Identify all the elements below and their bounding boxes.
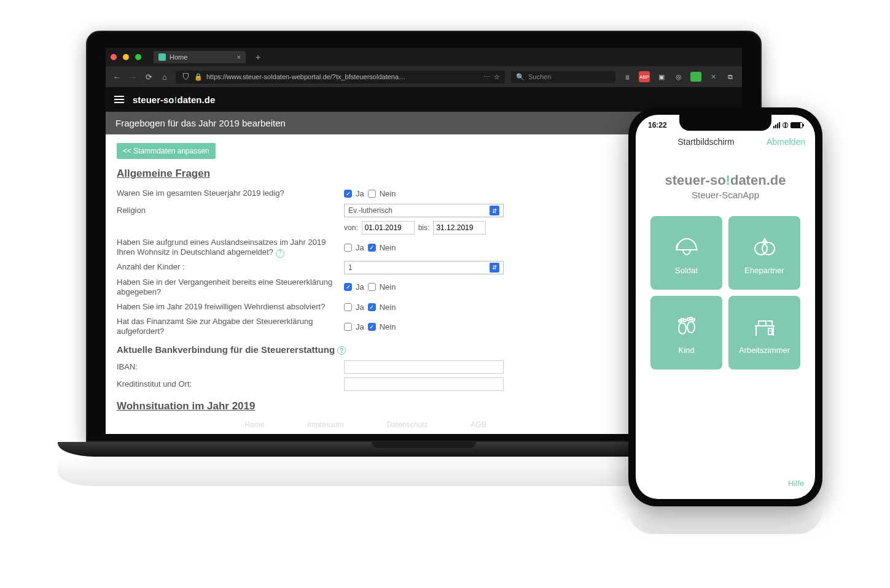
- phone-nav-bar: Startbildschirm Abmelden: [636, 130, 815, 152]
- tab-close-icon[interactable]: ×: [237, 53, 241, 61]
- phone-reflection: [628, 509, 822, 534]
- help-icon[interactable]: ?: [337, 346, 346, 355]
- lock-icon: 🔒: [194, 73, 203, 81]
- row-ausland: Haben Sie aufgrund eines Auslandseinsatz…: [117, 238, 614, 258]
- label-ja: Ja: [356, 303, 364, 312]
- phone-hilfe-link[interactable]: Hilfe: [788, 479, 804, 488]
- ausland-nein-checkbox[interactable]: ✓: [368, 244, 376, 252]
- aufgefordert-nein-checkbox[interactable]: ✓: [368, 323, 376, 331]
- wifi-icon: ⦷: [783, 121, 788, 130]
- search-box[interactable]: 🔍 Suchen: [511, 71, 615, 83]
- kreditinstitut-input[interactable]: [344, 377, 504, 391]
- von-date-input[interactable]: [362, 221, 415, 234]
- select-arrow-icon: ⇵: [490, 263, 499, 273]
- phone-mockup: 16:22 ⦷ Startbildschirm Abmelden steuer-…: [628, 107, 822, 506]
- battery-icon: [790, 122, 803, 128]
- window-min-dot[interactable]: [123, 54, 129, 60]
- tile-label: Soldat: [675, 266, 698, 275]
- toolbar-icons: ⫼ ABP ▣ ◎ ✕ ⧉: [622, 71, 736, 82]
- ledig-ja-checkbox[interactable]: ✓: [344, 190, 352, 198]
- question-ausland: Haben Sie aufgrund eines Auslandseinsatz…: [117, 238, 344, 258]
- bis-date-input[interactable]: [433, 221, 486, 234]
- brand-tld: .de: [202, 95, 216, 105]
- footprints-icon: [672, 311, 701, 341]
- help-icon[interactable]: ?: [276, 249, 284, 258]
- extension-green-icon[interactable]: [690, 72, 701, 82]
- svg-point-6: [684, 319, 686, 322]
- svg-point-9: [692, 319, 695, 321]
- section-general-heading: Allgemeine Fragen: [117, 168, 614, 180]
- wehrdienst-nein-checkbox[interactable]: ✓: [368, 303, 376, 311]
- label-nein: Nein: [380, 243, 396, 252]
- wehrdienst-ja-checkbox[interactable]: [344, 303, 352, 311]
- reload-icon[interactable]: ⟳: [144, 72, 154, 82]
- new-tab-button[interactable]: +: [256, 52, 260, 62]
- row-religion: Religion Ev.-lutherisch ⇵: [117, 203, 614, 218]
- library-icon[interactable]: ⫼: [622, 71, 633, 82]
- footer-datenschutz[interactable]: Datenschutz: [387, 420, 428, 429]
- search-placeholder: Suchen: [528, 73, 551, 80]
- phone-notch: [679, 115, 771, 131]
- brand-text-2: daten: [178, 95, 202, 105]
- tile-kind[interactable]: Kind: [650, 296, 722, 369]
- account-icon[interactable]: ◎: [673, 71, 684, 82]
- site-header: steuer-so!daten.de: [106, 87, 742, 112]
- aufgefordert-ja-checkbox[interactable]: [344, 323, 352, 331]
- main-column: << Stammdaten anpassen Allgemeine Fragen…: [106, 134, 625, 434]
- hamburger-menu-icon[interactable]: [114, 96, 124, 103]
- svg-point-3: [687, 322, 695, 333]
- row-aufgefordert: Hat das Finanzamt Sie zur Abgabe der Ste…: [117, 317, 614, 337]
- label-ja: Ja: [356, 243, 364, 252]
- window-max-dot[interactable]: [135, 54, 141, 60]
- row-dates: von: bis:: [117, 220, 614, 235]
- phone-logout-link[interactable]: Abmelden: [767, 137, 805, 147]
- row-iban: IBAN:: [117, 360, 614, 374]
- tab-favicon: [158, 53, 166, 61]
- iban-input[interactable]: [344, 360, 504, 374]
- browser-tabs-row: Home × +: [106, 48, 742, 66]
- question-wehrdienst: Haben Sie im Jahr 2019 freiwilligen Wehr…: [117, 302, 344, 312]
- star-icon[interactable]: ☆: [494, 73, 500, 81]
- vergangen-nein-checkbox[interactable]: [368, 283, 376, 291]
- row-vergangen: Haben Sie in der Vergangenheit bereits e…: [117, 277, 614, 298]
- address-bar[interactable]: ⛉ 🔒 https://www.steuer-soldaten-webporta…: [176, 71, 505, 83]
- question-vergangen: Haben Sie in der Vergangenheit bereits e…: [117, 277, 344, 298]
- vergangen-ja-checkbox[interactable]: ✓: [344, 283, 352, 291]
- home-icon[interactable]: ⌂: [160, 72, 170, 82]
- tile-soldat[interactable]: Soldat: [650, 216, 722, 290]
- footer-home[interactable]: Home: [244, 420, 264, 429]
- stammdaten-button[interactable]: << Stammdaten anpassen: [117, 143, 216, 159]
- ausland-ja-checkbox[interactable]: [344, 244, 352, 252]
- extension-x-icon[interactable]: ✕: [708, 71, 719, 82]
- row-kinder: Anzahl der Kinder : 1 ⇵: [117, 260, 614, 275]
- desk-icon: [750, 311, 779, 341]
- url-text: https://www.steuer-soldaten-webportal.de…: [206, 73, 405, 80]
- tile-label: Arbeitszimmer: [739, 346, 790, 355]
- label-nein: Nein: [380, 189, 396, 198]
- phone-time: 16:22: [648, 121, 667, 130]
- site-brand[interactable]: steuer-so!daten.de: [133, 95, 215, 105]
- label-nein: Nein: [380, 303, 396, 312]
- browser-tab[interactable]: Home ×: [154, 51, 246, 63]
- tile-label: Kind: [678, 346, 694, 355]
- adblock-icon[interactable]: ABP: [639, 71, 650, 82]
- ledig-nein-checkbox[interactable]: [368, 190, 376, 198]
- addons-icon[interactable]: ⧉: [725, 71, 736, 82]
- nav-back-icon[interactable]: ←: [112, 72, 122, 82]
- footer-agb[interactable]: AGB: [470, 420, 486, 429]
- question-aufgefordert: Hat das Finanzamt Sie zur Abgabe der Ste…: [117, 317, 344, 337]
- window-close-dot[interactable]: [111, 54, 117, 60]
- helmet-icon: [672, 231, 701, 261]
- label-nein: Nein: [380, 322, 396, 331]
- svg-point-1: [762, 242, 775, 255]
- religion-value: Ev.-lutherisch: [348, 206, 392, 215]
- kinder-select[interactable]: 1 ⇵: [344, 261, 504, 274]
- religion-select[interactable]: Ev.-lutherisch ⇵: [344, 204, 504, 217]
- download-icon[interactable]: ▣: [656, 71, 667, 82]
- kinder-value: 1: [348, 263, 353, 272]
- tile-arbeitszimmer[interactable]: Arbeitszimmer: [728, 296, 800, 369]
- tile-ehepartner[interactable]: Ehepartner: [728, 216, 800, 290]
- svg-point-2: [679, 323, 686, 334]
- footer-impressum[interactable]: Impressum: [307, 420, 343, 429]
- phone-tile-grid: Soldat Ehepartner Kind Arbeitszimmer: [636, 200, 815, 385]
